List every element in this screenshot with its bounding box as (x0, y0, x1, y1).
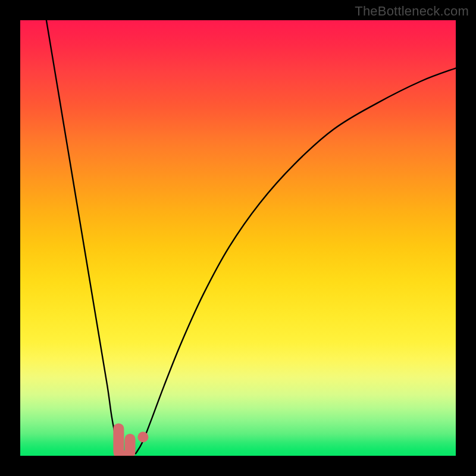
curve-right-branch (136, 68, 456, 454)
min-marker-u (118, 428, 130, 456)
plot-area (20, 20, 456, 456)
curve-left-branch (46, 20, 124, 453)
watermark-text: TheBottleneck.com (355, 4, 469, 19)
min-marker-dot (137, 432, 148, 443)
chart-frame: TheBottleneck.com (0, 0, 476, 476)
curve-overlay (20, 20, 456, 456)
